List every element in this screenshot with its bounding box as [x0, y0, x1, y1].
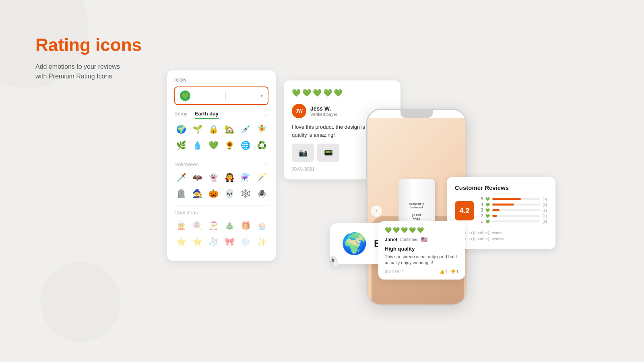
icon-cell[interactable]: 🔒 — [206, 122, 220, 136]
subtitle-line2: with Premium Rating Icons — [35, 73, 112, 80]
reviewer-name: Jess W. — [310, 105, 337, 112]
section-divider-2 — [174, 205, 268, 206]
icon-cell[interactable]: 🧝 — [174, 219, 188, 232]
icon-cell[interactable]: 🌍 — [174, 122, 188, 136]
icon-cell[interactable]: ⭐ — [190, 235, 204, 249]
customer-reviews-title: Customer Reviews — [455, 184, 547, 191]
star-4: 💚 — [323, 88, 332, 97]
review2-date: 01/01/2021 — [385, 269, 405, 274]
christmas-more-icon[interactable]: ··· — [264, 210, 268, 216]
halloween-icon-grid: 🗡️ 🦇 👻 🧛 ⚗️ 🪄 🪦 🧙 🎃 💀 🕸️ 🕷️ — [174, 171, 268, 200]
icon-cell[interactable]: 💚 — [206, 138, 220, 152]
phone-nav-arrow[interactable]: ‹ — [371, 206, 382, 217]
icon-cell[interactable]: 🌻 — [223, 138, 236, 152]
icon-cell[interactable]: 🧚 — [255, 122, 268, 136]
icon-cell[interactable]: 💧 — [190, 138, 204, 152]
dropdown-heart-icon: 💚 — [180, 90, 190, 101]
icon-cell[interactable]: 🧙 — [190, 187, 204, 200]
icon-cell[interactable]: 🎀 — [223, 235, 236, 249]
product-label: completelybalancedgo fuzzFREE — [407, 199, 427, 223]
bg-decoration-2 — [40, 261, 121, 342]
icon-cell[interactable]: 🪄 — [255, 171, 268, 184]
customer-reviews-bars: 5 💚 (3) 4 💚 (3) 3 💚 (1) 2 💚 (1 — [480, 197, 547, 225]
phone-notch — [400, 110, 433, 118]
page-title: Rating icons — [35, 35, 142, 55]
like-button[interactable]: 👍 1 — [440, 269, 448, 274]
halloween-more-icon[interactable]: ··· — [264, 161, 268, 167]
review-stars: 💚 💚 💚 💚 💚 — [292, 88, 392, 97]
icon-cell[interactable]: 👻 — [206, 171, 220, 184]
icon-cell[interactable]: 💉 — [239, 122, 252, 136]
icon-cell[interactable]: 🕸️ — [239, 187, 252, 200]
reviewer-info: Jess W. Verified buyer — [310, 105, 337, 117]
dislike-button[interactable]: 👎 1 — [450, 269, 458, 274]
earth-day-icon-grid: 🌍 🌱 🔒 🏡 💉 🧚 🌿 💧 💚 🌻 🌐 ♻️ — [174, 122, 268, 152]
icon-cell[interactable]: 🕷️ — [255, 187, 268, 200]
r2-star-3: 💚 — [401, 227, 408, 233]
r2-star-2: 💚 — [393, 227, 400, 233]
left-section: Rating icons Add emotions to your review… — [35, 35, 142, 81]
review-image-2: 📟 — [317, 144, 339, 162]
based-line-2: Based on {number} reviews — [455, 236, 547, 242]
avatar: JW — [292, 104, 306, 118]
based-on-text: Based on {number} review Based on {numbe… — [455, 230, 547, 242]
dislike-count: 1 — [456, 269, 458, 274]
review2-title: High quality — [385, 246, 458, 252]
icon-cell[interactable]: ⚗️ — [239, 171, 252, 184]
christmas-icon-grid: 🧝 🍭 🎅 🎄 🎁 🧁 ⭐ ⭐ 🧦 🎀 ❄️ ✨ — [174, 219, 268, 249]
icon-cell[interactable]: 🧛 — [223, 171, 236, 184]
icon-panel-label: ICON — [174, 78, 268, 82]
review-image-1: 📷 — [292, 144, 314, 162]
bar-row-5: 5 💚 (3) — [480, 197, 547, 201]
icon-cell[interactable]: 🎁 — [239, 219, 252, 232]
star-3: 💚 — [313, 88, 322, 97]
flag-icon: 🇺🇸 — [421, 237, 427, 243]
r2-star-5: 💚 — [417, 227, 424, 233]
star-5: 💚 — [334, 88, 343, 97]
tabs-row: Emoji Earth day ··· — [174, 111, 268, 119]
review2-footer: 01/01/2021 👍 1 👎 1 — [385, 269, 458, 274]
icon-cell[interactable]: 💀 — [223, 187, 236, 200]
review-card-2: 💚 💚 💚 💚 💚 Janet Confirmed 🇺🇸 High qualit… — [378, 221, 465, 280]
tab-section-halloween: Halloween ··· 🗡️ 🦇 👻 🧛 ⚗️ 🪄 🪦 🧙 🎃 💀 🕸️ 🕷… — [174, 161, 268, 200]
chevron-down-icon: ▾ — [260, 93, 263, 99]
icon-dropdown[interactable]: 💚 ▾ — [174, 86, 268, 105]
icon-cell[interactable]: 🪦 — [174, 187, 188, 200]
icon-cell[interactable]: ❄️ — [239, 235, 252, 249]
tab-emoji[interactable]: Emoji — [174, 111, 188, 119]
icon-cell[interactable]: ⭐ — [174, 235, 188, 249]
icon-cell[interactable]: 🌐 — [239, 138, 252, 152]
icon-cell[interactable]: 🌱 — [190, 122, 204, 136]
icon-cell[interactable]: 🎃 — [206, 187, 220, 200]
earth-icon: 🌍 — [341, 231, 367, 256]
bar-row-4: 4 💚 (3) — [480, 202, 547, 207]
icon-cell[interactable]: 🎅 — [206, 219, 220, 232]
icon-cell[interactable]: 🧦 — [206, 235, 220, 249]
bar-row-2: 2 💚 (1) — [480, 214, 547, 218]
icon-cell[interactable]: ✨ — [255, 235, 268, 249]
thumbs-up-icon: 👍 — [440, 269, 444, 274]
subtitle-line1: Add emotions to your reviews — [35, 63, 120, 70]
halloween-label: Halloween ··· — [174, 161, 268, 167]
icon-cell[interactable]: 🌿 — [174, 138, 188, 152]
dropdown-divider — [225, 92, 226, 100]
bar-row-1: 1 💚 (0) — [480, 219, 547, 224]
icon-cell[interactable]: 🎄 — [223, 219, 236, 232]
tab-earth-day[interactable]: Earth day — [195, 111, 219, 119]
review2-header: Janet Confirmed 🇺🇸 — [385, 237, 458, 243]
icon-cell[interactable]: 🦇 — [190, 171, 204, 184]
icon-cell[interactable]: 🗡️ — [174, 171, 188, 184]
page-subtitle: Add emotions to your reviews with Premiu… — [35, 62, 142, 81]
more-options-icon[interactable]: ··· — [263, 111, 268, 119]
star-1: 💚 — [292, 88, 301, 97]
review2-text: This sunscreen is not only good but I ac… — [385, 254, 458, 266]
like-count: 1 — [445, 269, 448, 274]
icon-cell[interactable]: 🍭 — [190, 219, 204, 232]
icon-cell[interactable]: 🧁 — [255, 219, 268, 232]
tab-section-earthday: Emoji Earth day ··· 🌍 🌱 🔒 🏡 💉 🧚 🌿 💧 💚 🌻 … — [174, 111, 268, 152]
icon-cell[interactable]: ♻️ — [255, 138, 268, 152]
thumbs-down-icon: 👎 — [450, 269, 455, 274]
customer-reviews-score: 4.2 — [455, 201, 474, 220]
icon-cell[interactable]: 🏡 — [223, 122, 236, 136]
review2-confirmed: Confirmed — [400, 237, 418, 242]
